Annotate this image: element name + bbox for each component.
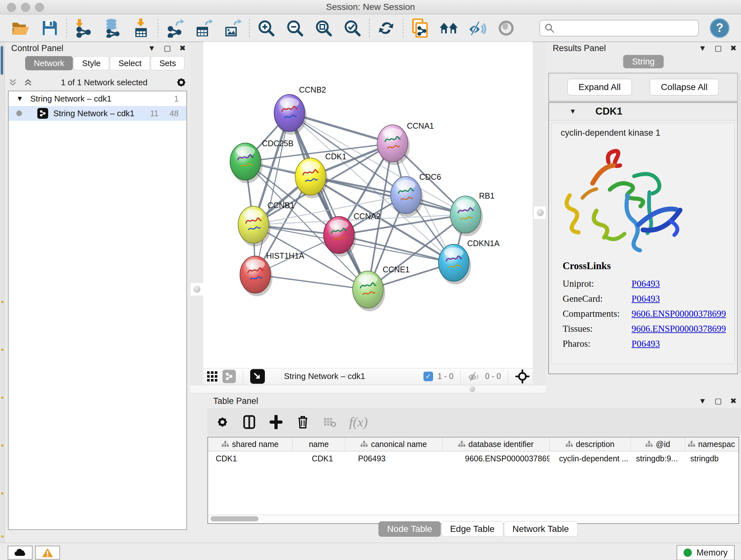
table-settings-gear-icon[interactable] <box>215 415 230 429</box>
left-splitter-handle[interactable] <box>190 283 204 296</box>
export-image-icon[interactable] <box>223 18 242 38</box>
cell-namespace[interactable]: stringdb <box>685 451 738 465</box>
network-node-CCNB2[interactable] <box>274 95 307 135</box>
panel-close-icon[interactable]: ✖ <box>730 44 737 52</box>
hidden-eye-icon[interactable] <box>468 371 481 382</box>
collapse-triangle-icon[interactable]: ▼ <box>569 107 576 116</box>
collapse-all-icon[interactable] <box>8 78 17 87</box>
crosslink-link[interactable]: P06493 <box>631 294 660 304</box>
crosslink-link[interactable]: 9606.ENSP00000378699 <box>631 308 726 319</box>
network-node-HIST1H1A[interactable] <box>240 256 273 296</box>
network-node-CCNB1[interactable] <box>238 206 271 246</box>
scrollbar-thumb[interactable] <box>211 516 259 521</box>
warnings-button[interactable] <box>35 546 60 560</box>
expand-all-icon[interactable] <box>23 78 33 87</box>
network-row[interactable]: String Network – cdk1 11 48 <box>9 106 186 121</box>
crosslink-link[interactable]: P06493 <box>631 278 660 289</box>
show-columns-icon[interactable] <box>242 415 257 429</box>
network-share-icon[interactable] <box>222 370 236 383</box>
right-splitter-handle[interactable] <box>534 206 547 219</box>
panel-float-icon[interactable]: ▢ <box>715 44 722 52</box>
column-header[interactable]: @id <box>631 437 685 451</box>
panel-close-icon[interactable]: ✖ <box>179 44 186 52</box>
create-column-icon[interactable] <box>269 415 283 429</box>
reposition-crosshair-icon[interactable] <box>515 369 529 383</box>
tab-style[interactable]: Style <box>73 56 109 70</box>
cell-shared-name[interactable]: CDK1 <box>208 451 293 465</box>
export-table-icon[interactable] <box>194 18 213 38</box>
collapse-all-button[interactable]: Collapse All <box>650 79 719 96</box>
tab-select[interactable]: Select <box>110 56 150 70</box>
zoom-fit-icon[interactable] <box>314 18 333 38</box>
cell-database-identifier[interactable]: 9606.ENSP00000378699 <box>443 451 549 465</box>
import-table-icon[interactable] <box>131 18 151 38</box>
export-network-icon[interactable] <box>165 18 185 38</box>
network-node-CCNA1[interactable] <box>377 125 410 165</box>
expand-all-button[interactable]: Expand All <box>567 79 632 96</box>
network-node-CDC6[interactable] <box>391 177 423 217</box>
refresh-icon[interactable] <box>377 18 396 38</box>
panel-float-icon[interactable]: ▢ <box>715 397 722 405</box>
panel-close-icon[interactable]: ✖ <box>730 397 737 405</box>
network-edge[interactable] <box>289 113 368 290</box>
column-header[interactable]: canonical name <box>345 437 443 451</box>
cell-description[interactable]: cyclin-dependent ... <box>549 451 631 465</box>
show-hide-icon[interactable] <box>468 18 487 38</box>
import-network-database-icon[interactable] <box>103 18 122 38</box>
memory-button[interactable]: Memory <box>677 545 735 560</box>
network-node-CDKN1A[interactable] <box>439 244 471 285</box>
network-node-CDK1[interactable] <box>295 158 328 198</box>
birdseye-view-icon[interactable] <box>250 369 265 384</box>
tab-sets[interactable]: Sets <box>151 56 185 70</box>
separator <box>508 370 509 383</box>
network-collection-row[interactable]: ▼ String Network – cdk1 1 <box>9 91 186 106</box>
network-canvas[interactable]: CCNB2CCNA1CDC25BCDK1CDC6RB1CCNB1CCNA2CDK… <box>203 42 533 368</box>
tab-string[interactable]: String <box>623 55 664 68</box>
tab-edge-table[interactable]: Edge Table <box>441 521 503 537</box>
column-header[interactable]: name <box>293 437 345 451</box>
help-icon[interactable]: ? <box>710 18 730 38</box>
column-header[interactable]: description <box>549 437 631 451</box>
panel-float-icon[interactable]: ▢ <box>164 44 171 52</box>
protein-card-header[interactable]: ▼ CDK1 <box>549 103 737 120</box>
column-header[interactable]: namespac <box>685 437 738 451</box>
tab-network-table[interactable]: Network Table <box>504 521 578 537</box>
grid-view-icon[interactable] <box>206 371 218 382</box>
column-header[interactable]: database identifier <box>443 437 549 451</box>
graphics-detail-icon[interactable] <box>496 18 516 38</box>
zoom-selected-icon[interactable] <box>343 18 362 38</box>
first-neighbors-icon[interactable] <box>439 18 458 38</box>
network-options-gear-icon[interactable] <box>176 77 187 88</box>
panel-menu-icon[interactable]: ▼ <box>698 397 706 405</box>
network-node-label: RB1 <box>479 191 495 200</box>
network-edge[interactable] <box>255 113 289 274</box>
open-file-icon[interactable] <box>11 18 30 38</box>
results-scrollbar[interactable] <box>738 73 741 373</box>
selected-nodes-checkbox[interactable]: ✓ <box>423 372 433 381</box>
delete-column-icon[interactable] <box>295 415 310 429</box>
cell-id[interactable]: stringdb:9... <box>631 451 685 465</box>
panel-menu-icon[interactable]: ▼ <box>698 44 706 52</box>
table-row[interactable]: CDK1 CDK1 P06493 9606.ENSP00000378699 cy… <box>208 451 738 465</box>
tree-expander-icon[interactable]: ▼ <box>16 95 23 103</box>
crosslink-link[interactable]: 9606.ENSP00000378699 <box>631 323 726 334</box>
network-node-CCNA2[interactable] <box>324 216 356 257</box>
cell-canonical-name[interactable]: P06493 <box>345 451 443 465</box>
network-node-RB1[interactable] <box>450 196 483 236</box>
zoom-out-icon[interactable] <box>285 18 305 38</box>
search-field[interactable] <box>539 20 699 37</box>
zoom-in-icon[interactable] <box>257 18 276 38</box>
search-input[interactable] <box>555 23 694 33</box>
network-node-CCNE1[interactable] <box>353 271 385 311</box>
import-network-file-icon[interactable] <box>74 18 93 38</box>
panel-menu-icon[interactable]: ▼ <box>148 44 155 52</box>
cell-name[interactable]: CDK1 <box>293 451 345 465</box>
cloud-button[interactable] <box>8 546 32 560</box>
clone-network-icon[interactable] <box>410 18 429 38</box>
tab-network[interactable]: Network <box>25 56 73 70</box>
tab-node-table[interactable]: Node Table <box>379 521 441 537</box>
column-header[interactable]: shared name <box>208 437 293 451</box>
network-label: String Network – cdk1 <box>53 109 134 118</box>
save-session-icon[interactable] <box>40 18 59 38</box>
crosslink-link[interactable]: P06493 <box>631 338 660 349</box>
